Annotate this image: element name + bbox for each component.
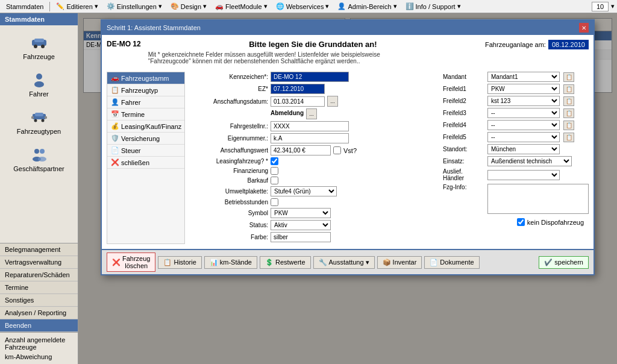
nav-fahrzeugstamm[interactable]: 🚗 Fahrzeugstamm	[107, 72, 184, 84]
anschaffungswert-input[interactable]	[271, 145, 331, 155]
freifeld2-label: Freifeld2	[443, 98, 485, 104]
standort-select[interactable]: München	[487, 144, 560, 154]
eigennummer-input[interactable]	[271, 133, 349, 143]
farbe-input[interactable]	[271, 232, 331, 242]
nav-steuer[interactable]: 📄 Steuer	[107, 145, 184, 157]
sidebar-section-analysen[interactable]: Analysen / Reporting	[0, 307, 78, 319]
freifeld3-cal-icon[interactable]: 📋	[563, 108, 574, 118]
svg-point-15	[38, 157, 46, 162]
ausstattung-arrow: ▾	[366, 259, 369, 266]
menu-webservices[interactable]: 🌐 Webservices ▾	[272, 1, 333, 11]
sidebar-item-fahrzeuge[interactable]: Fahrzeuge	[2, 30, 75, 63]
row-farbe: Farbe:	[190, 232, 433, 242]
sidebar-section-beenden[interactable]: Beenden	[0, 319, 78, 332]
freifeld3-select[interactable]: --	[487, 108, 560, 118]
admin-label: Admin-Bereich	[348, 3, 391, 10]
dokumente-button[interactable]: 📄 Dokumente	[424, 256, 479, 269]
symbol-select[interactable]: PKW	[271, 208, 331, 218]
historie-button[interactable]: 📋 Historie	[158, 256, 201, 269]
freifeld4-select[interactable]: --	[487, 120, 560, 130]
info-label: Info / Support	[416, 3, 456, 10]
menu-admin[interactable]: 👤 Admin-Bereich ▾	[334, 1, 400, 11]
modal-close-button[interactable]: ✕	[579, 23, 589, 33]
abmeldung-picker[interactable]: ...	[306, 108, 317, 119]
row-umweltplakette: Umweltplakette: Stufe4 (Grün)	[190, 186, 433, 196]
sidebar-section-sonstiges[interactable]: Sonstiges	[0, 294, 78, 307]
fzginfo-textarea[interactable]	[487, 184, 589, 214]
freifeld3-label: Freifeld3	[443, 110, 485, 116]
restwerte-button[interactable]: 💲 Restwerte	[260, 256, 311, 269]
km-staende-button[interactable]: 📊 km-Stände	[204, 256, 257, 269]
menu-einstellungen[interactable]: ⚙️ Einstellungen ▾	[103, 1, 166, 11]
modal-title: Schritt 1: Assistent Stammdaten	[107, 24, 201, 31]
page-scroll-down[interactable]: ▾	[611, 2, 615, 10]
ez-input[interactable]	[271, 84, 325, 94]
freifeld4-cal-icon[interactable]: 📋	[563, 121, 574, 130]
status-select[interactable]: Aktiv	[271, 220, 331, 230]
admin-arrow: ▾	[393, 2, 397, 10]
fahrzeug-loeschen-button[interactable]: ❌ Fahrzeuglöschen	[107, 253, 155, 272]
anschaffungsdatum-picker[interactable]: ...	[327, 96, 338, 107]
row-abmeldung-label: Abmeldung ...	[190, 108, 433, 119]
inventar-button[interactable]: 📦 Inventar	[377, 256, 422, 269]
svg-point-3	[41, 45, 45, 48]
km-abweichung-label[interactable]: km-Abweichung	[5, 352, 73, 362]
sidebar-item-fahrer[interactable]: Fahrer	[2, 67, 75, 100]
fleetmodule-label: FleetModule	[225, 3, 262, 10]
menu-info[interactable]: ℹ️ Info / Support ▾	[402, 1, 465, 11]
row-kennzeichen: Kennzeichen*:	[190, 72, 433, 82]
mandant-label: Mandant	[443, 74, 485, 80]
fahrer-modal-label: Fahrer	[121, 99, 140, 106]
freifeld1-cal-icon[interactable]: 📋	[563, 84, 574, 94]
barkauf-checkbox[interactable]	[271, 177, 278, 184]
ausstattung-button[interactable]: 🔧 Ausstattung ▾	[313, 256, 375, 269]
vst-checkbox[interactable]	[333, 146, 341, 154]
mandant-select[interactable]: Mandant1	[487, 72, 560, 82]
auslief-select[interactable]	[487, 170, 560, 180]
leasingfahrzeug-checkbox[interactable]	[271, 157, 278, 165]
leasing-label: Leasing/Kauf/Finanz	[121, 123, 181, 130]
nav-versicherung[interactable]: 🛡️ Versicherung	[107, 133, 184, 145]
betriebsstunden-checkbox[interactable]	[271, 198, 278, 206]
sidebar-section-termine[interactable]: Termine	[0, 281, 78, 294]
nav-leasing[interactable]: 💰 Leasing/Kauf/Finanz	[107, 121, 184, 133]
sidebar-section-reparaturen[interactable]: Reparaturen/Schäden	[0, 269, 78, 281]
nav-schliessen[interactable]: ❌ schließen	[107, 157, 184, 169]
freifeld1-select[interactable]: PKW	[487, 84, 560, 94]
menu-fleetmodule[interactable]: 🚗 FleetModule ▾	[211, 1, 271, 11]
fahrzeugstamm-icon: 🚗	[111, 74, 119, 82]
sidebar-item-geschaeftspartner[interactable]: Geschäftspartner	[2, 142, 75, 175]
freifeld5-select[interactable]: --	[487, 132, 560, 142]
mandant-cal-icon[interactable]: 📋	[563, 72, 574, 82]
menu-editieren[interactable]: ✏️ Editieren ▾	[52, 1, 101, 11]
menu-stammdaten[interactable]: Stammdaten	[2, 2, 47, 11]
freifeld5-cal-icon[interactable]: 📋	[563, 133, 574, 142]
abmeldung-title: Abmeldung	[271, 110, 304, 116]
geschaeftspartner-label: Geschäftspartner	[13, 165, 64, 172]
design-arrow: ▾	[203, 2, 207, 10]
nav-fahrer-modal[interactable]: 👤 Fahrer	[107, 96, 184, 108]
sidebar-item-fahrzeugtypen[interactable]: Fahrzeugtypen	[2, 105, 75, 137]
fahrgestellnr-input[interactable]	[271, 121, 349, 131]
row-mandant: Mandant Mandant1 📋	[443, 72, 589, 82]
anschaffungsdatum-input[interactable]	[271, 96, 325, 107]
anzahl-label[interactable]: Anzahl angemeldete Fahrzeuge	[5, 335, 73, 352]
finanzierung-checkbox[interactable]	[271, 167, 278, 175]
sidebar-section-vertragsverwaltung[interactable]: Vertragsverwaltung	[0, 256, 78, 269]
sidebar-nav: Fahrzeuge Fahrer	[0, 25, 78, 243]
fahrzeugtypen-label: Fahrzeugtypen	[17, 128, 61, 135]
info-icon: ℹ️	[406, 2, 414, 10]
page-number-input[interactable]	[592, 2, 609, 11]
kein-dispo-checkbox[interactable]	[517, 218, 525, 226]
nav-termine-modal[interactable]: 📅 Termine	[107, 108, 184, 121]
umweltplakette-select[interactable]: Stufe4 (Grün)	[271, 186, 337, 196]
einsatz-select[interactable]: Außendienst technisch	[487, 156, 572, 166]
nav-fahrzeugtyp[interactable]: 📋 Fahrzeugtyp	[107, 84, 184, 96]
speichern-button[interactable]: ✔️ speichern	[539, 256, 589, 269]
freifeld2-cal-icon[interactable]: 📋	[563, 96, 574, 106]
freifeld2-select[interactable]: kst 123	[487, 96, 560, 106]
menu-design[interactable]: 🎨 Design ▾	[167, 1, 210, 11]
sidebar-section-belegmanagement[interactable]: Belegmanagement	[0, 243, 78, 256]
einsatz-label: Einsatz:	[443, 158, 485, 165]
kennzeichen-input[interactable]	[271, 72, 349, 82]
